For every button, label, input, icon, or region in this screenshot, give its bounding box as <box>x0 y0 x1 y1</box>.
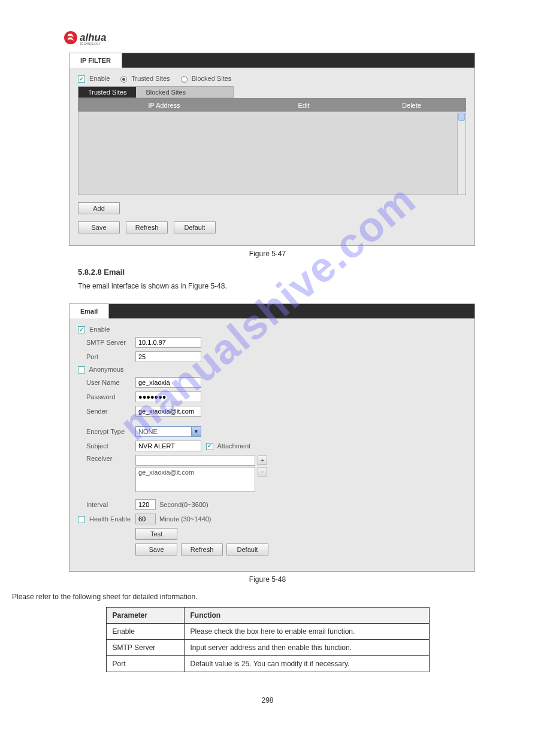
section-heading-email: 5.8.2.8 Email <box>78 267 463 278</box>
params-table: Parameter Function Enable Please check t… <box>106 607 430 672</box>
col-ip-address: IP Address <box>78 102 250 109</box>
user-input[interactable] <box>135 377 201 388</box>
checkbox-icon <box>78 326 85 333</box>
anonymous-label: Anonymous <box>89 366 123 373</box>
checkbox-icon <box>78 366 85 374</box>
smtp-label: SMTP Server <box>86 339 135 346</box>
logo-subtext: TECHNOLOGY <box>80 42 101 45</box>
interval-input[interactable] <box>135 499 156 510</box>
health-input[interactable] <box>135 514 156 524</box>
checkbox-icon <box>78 516 85 523</box>
sites-table-header: IP Address Edit Delete <box>78 98 466 111</box>
email-panel: Email Enable SMTP Server Port Anonymous … <box>69 303 475 572</box>
chevron-down-icon: ▼ <box>191 427 201 436</box>
blocked-label: Blocked Sites <box>192 75 232 82</box>
radio-trusted[interactable]: Trusted Sites <box>120 75 170 83</box>
radio-icon <box>120 76 127 83</box>
page-number: 298 <box>12 696 523 705</box>
encrypt-select[interactable]: NONE ▼ <box>135 426 201 437</box>
table-row: SMTP Server Input server address and the… <box>106 640 429 656</box>
figure-caption-ipfilter: Figure 5-47 <box>12 250 523 258</box>
sites-table-body <box>78 111 466 195</box>
radio-icon <box>181 76 188 83</box>
user-label: User Name <box>86 379 135 386</box>
scrollbar-thumb[interactable] <box>458 113 465 121</box>
tab-ip-filter[interactable]: IP FILTER <box>69 53 122 68</box>
col-edit: Edit <box>250 102 358 109</box>
table-row: Port Default value is 25. You can modify… <box>106 656 429 672</box>
subtab-blocked[interactable]: Blocked Sites <box>136 87 195 98</box>
sender-input[interactable] <box>135 406 201 417</box>
table-row: Enable Please check the box here to enab… <box>106 624 429 640</box>
test-button[interactable]: Test <box>135 528 177 540</box>
email-enable-label: Enable <box>89 326 110 333</box>
health-label: Health Enable <box>89 515 131 523</box>
save-button[interactable]: Save <box>78 221 120 233</box>
refresh-button[interactable]: Refresh <box>181 544 223 555</box>
checkbox-icon <box>78 75 85 83</box>
default-button[interactable]: Default <box>174 221 216 233</box>
health-unit: Minute (30~1440) <box>159 515 211 523</box>
add-receiver-button[interactable]: + <box>258 456 267 465</box>
interval-label: Interval <box>86 501 135 508</box>
trusted-label: Trusted Sites <box>131 75 170 82</box>
col-delete: Delete <box>358 102 466 109</box>
radio-blocked[interactable]: Blocked Sites <box>181 75 232 83</box>
attachment-checkbox[interactable]: Attachment <box>206 442 250 450</box>
anonymous-checkbox[interactable]: Anonymous <box>78 366 124 374</box>
params-intro: Please refer to the following sheet for … <box>12 592 523 602</box>
sender-label: Sender <box>86 408 135 415</box>
scrollbar[interactable] <box>457 112 466 195</box>
encrypt-label: Encrypt Type <box>86 428 135 435</box>
password-input[interactable] <box>135 391 201 402</box>
email-enable-checkbox[interactable]: Enable <box>78 326 110 333</box>
brand-logo: alhua TECHNOLOGY <box>63 30 523 47</box>
add-button[interactable]: Add <box>78 202 120 214</box>
password-label: Password <box>86 393 135 400</box>
ip-filter-panel: IP FILTER Enable Trusted Sites Blocked S… <box>69 53 475 246</box>
enable-label: Enable <box>89 75 110 82</box>
figure-caption-email: Figure 5-48 <box>12 575 523 584</box>
sites-subtabs: Trusted Sites Blocked Sites <box>78 86 234 98</box>
default-button[interactable]: Default <box>226 544 268 555</box>
port-label: Port <box>86 353 135 360</box>
smtp-input[interactable] <box>135 337 201 348</box>
receiver-label: Receiver <box>86 455 135 462</box>
tab-email[interactable]: Email <box>69 304 109 318</box>
port-input[interactable] <box>135 351 201 362</box>
receiver-input[interactable] <box>135 455 255 466</box>
params-header-parameter: Parameter <box>106 608 184 624</box>
params-header-function: Function <box>184 608 429 624</box>
subtab-trusted[interactable]: Trusted Sites <box>78 87 136 98</box>
enable-checkbox-group[interactable]: Enable <box>78 75 110 83</box>
refresh-button[interactable]: Refresh <box>126 221 168 233</box>
encrypt-value: NONE <box>138 428 158 435</box>
subject-label: Subject <box>86 442 135 450</box>
section-text-email: The email interface is shown as in Figur… <box>78 281 463 292</box>
subject-input[interactable] <box>135 441 201 451</box>
receiver-list[interactable]: ge_xiaoxia@it.com <box>135 467 255 492</box>
checkbox-icon <box>206 443 213 450</box>
interval-unit: Second(0~3600) <box>159 501 208 508</box>
attachment-label: Attachment <box>217 442 250 450</box>
health-checkbox[interactable]: Health Enable <box>78 515 135 523</box>
remove-receiver-button[interactable]: − <box>258 467 267 476</box>
save-button[interactable]: Save <box>135 544 177 555</box>
